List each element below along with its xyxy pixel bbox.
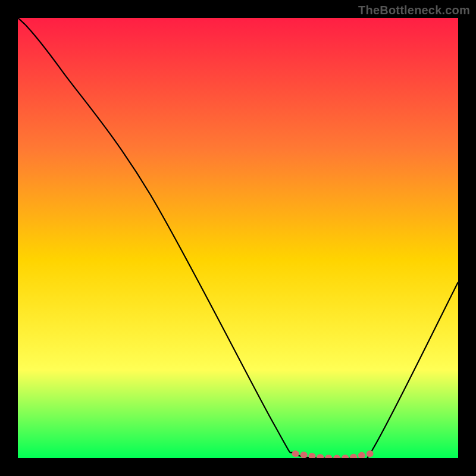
chart-background [18,18,458,458]
chart-svg [18,18,458,458]
watermark-text: TheBottleneck.com [358,4,470,17]
chart-plot [18,18,458,458]
chart-frame: TheBottleneck.com [0,0,476,476]
